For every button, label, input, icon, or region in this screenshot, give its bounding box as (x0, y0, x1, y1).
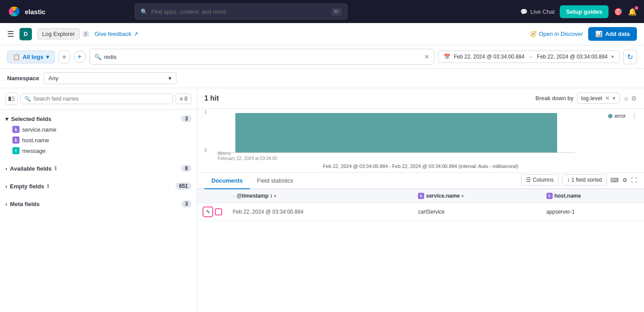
sidebar-header: 🔍 ≡ 0 (0, 88, 197, 110)
svg-rect-6 (12, 97, 15, 98)
add-filter-button[interactable]: + (74, 51, 86, 63)
th-timestamp-chevron[interactable]: ▾ (274, 194, 276, 199)
columns-icon: ☰ (526, 177, 531, 183)
field-search-icon: 🔍 (24, 96, 31, 102)
breakdown-controls: Break down by log.level ✕ ▾ ☺ ⚙ (535, 93, 637, 104)
calendar-icon: 📅 (444, 54, 450, 60)
chart-legend: error ⋮ (608, 113, 637, 119)
filter-count: 0 (184, 96, 187, 102)
elastic-logo: elastic (7, 4, 46, 19)
table-header-row: ↓ @timestamp ℹ ▾ k service.name ▾ (197, 189, 644, 203)
sidebar-toggle-button[interactable] (5, 93, 18, 105)
histogram-chart: 1 0 error ⋮ 884ms February 22, 2024 at 0… (204, 109, 637, 162)
smiley-icon[interactable]: ☺ (623, 95, 629, 102)
global-search-bar[interactable]: 🔍 ⌘/ (135, 4, 347, 20)
nav-right-section: 💬 Live Chat Setup guides 🎯 🔔 (520, 5, 637, 18)
live-chat-button[interactable]: 💬 Live Chat (520, 8, 554, 15)
datetime-arrow: → (528, 54, 533, 60)
namespace-filter-row: Namespace Any ▾ (0, 69, 644, 88)
fullscreen-icon[interactable]: ⛶ (631, 177, 637, 183)
sort-button[interactable]: ↕ 1 field sorted (562, 174, 607, 186)
th-timestamp[interactable]: ↓ @timestamp ℹ ▾ (227, 189, 413, 203)
row-expand-button[interactable]: ✎ (203, 207, 213, 217)
all-logs-button[interactable]: 📋 All logs ▾ (7, 51, 55, 63)
help-icon-button[interactable]: 🎯 (614, 8, 623, 16)
sort-icon: ↕ (567, 177, 570, 183)
datetime-range-picker[interactable]: 📅 Feb 22, 2024 @ 03:34:00.884 → Feb 22, … (438, 51, 620, 63)
row-timestamp: Feb 22, 2024 @ 03:34:00.884 (227, 203, 413, 221)
meta-fields-count: 3 (181, 200, 191, 207)
chart-x-time: 884ms (218, 151, 277, 156)
field-search-input[interactable] (33, 96, 169, 102)
add-data-label: Add data (605, 31, 630, 37)
give-feedback-link[interactable]: Give feedback ↗ (94, 31, 138, 37)
empty-fields-section: › Empty fields ℹ 651 (0, 177, 197, 195)
row-actions-cell: ✎ 👆 (197, 203, 227, 221)
all-logs-label: All logs (23, 54, 43, 60)
global-search-input[interactable] (151, 8, 328, 15)
svg-rect-5 (8, 97, 11, 101)
setup-guides-button[interactable]: Setup guides (560, 5, 609, 18)
refresh-button[interactable]: ↻ (623, 50, 637, 64)
external-link-icon: ↗ (133, 31, 138, 37)
selected-fields-header[interactable]: ▾ Selected fields 3 (5, 113, 191, 124)
breakdown-action-icons: ☺ ⚙ (623, 95, 637, 102)
namespace-label: Namespace (7, 75, 39, 82)
tab-documents[interactable]: Documents (204, 173, 250, 189)
table-settings-icon[interactable]: ⚙ (622, 177, 628, 183)
th-service-name-label: service.name (426, 193, 460, 199)
field-item-host-name: k host.name (5, 135, 191, 145)
field-name-host-name: host.name (22, 137, 49, 144)
add-data-icon: 📊 (595, 31, 602, 37)
namespace-dropdown[interactable]: Any ▾ (43, 72, 176, 84)
empty-fields-info-icon: ℹ (47, 183, 49, 189)
breakdown-dropdown[interactable]: log.level ✕ ▾ (577, 93, 620, 104)
empty-fields-count: 651 (176, 183, 191, 190)
th-service-name[interactable]: k service.name ▾ (413, 189, 541, 203)
notifications-icon-button[interactable]: 🔔 (628, 8, 637, 16)
filter-button[interactable]: ≡ (59, 51, 70, 63)
timestamp-info-icon: ℹ (270, 194, 272, 199)
row-checkbox[interactable] (215, 208, 222, 215)
add-data-button[interactable]: 📊 Add data (588, 27, 637, 41)
columns-button[interactable]: ☰ Columns (521, 174, 558, 186)
app-icon: D (20, 28, 32, 40)
tab-field-statistics[interactable]: Field statistics (250, 173, 301, 189)
breakdown-chevron-icon[interactable]: ▾ (613, 95, 616, 101)
chart-x-label: 884ms February 22, 2024 at 03:34:00 (218, 151, 277, 161)
sidebar-toggle-button[interactable]: ☰ (7, 29, 14, 39)
search-toolbar: 📋 All logs ▾ ≡ + 🔍 ✕ 📅 Feb 22, 2024 @ 03… (0, 45, 644, 69)
field-search-box[interactable]: 🔍 (20, 94, 173, 104)
meta-fields-header[interactable]: › Meta fields 3 (5, 199, 191, 209)
keyboard-icon[interactable]: ⌨ (610, 177, 619, 183)
settings-icon[interactable]: ⚙ (631, 95, 637, 102)
documents-table: ↓ @timestamp ℹ ▾ k service.name ▾ (197, 189, 644, 221)
th-host-k-badge: k (546, 193, 553, 199)
feedback-label: Give feedback (94, 31, 131, 37)
breakdown-clear-icon[interactable]: ✕ (605, 95, 610, 101)
th-service-chevron[interactable]: ▾ (461, 194, 464, 199)
breadcrumb-log-explorer[interactable]: Log Explorer (37, 28, 80, 39)
field-item-service-name: k service.name (5, 124, 191, 135)
open-in-discover-button[interactable]: 🧭 Open in Discover (530, 31, 583, 37)
available-fields-header[interactable]: › Available fields ℹ 8 (5, 163, 191, 174)
histogram-chart-area: 1 0 error ⋮ 884ms February 22, 2024 at 0… (197, 109, 644, 173)
chart-menu-icon[interactable]: ⋮ (632, 113, 637, 119)
main-content: 🔍 ≡ 0 ▾ Selected fields 3 k service.name (0, 88, 644, 312)
chart-y-max-label: 1 (204, 109, 207, 114)
clear-search-button[interactable]: ✕ (424, 53, 429, 60)
th-host-name[interactable]: k host.name (541, 189, 644, 203)
empty-fields-header[interactable]: › Empty fields ℹ 651 (5, 181, 191, 191)
datetime-to: Feb 22, 2024 @ 03:34:00.884 (537, 54, 608, 60)
field-filter-count-button[interactable]: ≡ 0 (176, 94, 191, 104)
field-type-k-badge: k (12, 126, 20, 133)
fields-sidebar: 🔍 ≡ 0 ▾ Selected fields 3 k service.name (0, 88, 197, 312)
sort-desc-icon: ↓ (233, 194, 235, 199)
search-field[interactable]: 🔍 ✕ (90, 49, 434, 65)
th-actions (197, 189, 227, 203)
search-query-input[interactable] (104, 54, 422, 60)
svg-point-3 (9, 8, 13, 15)
all-logs-chevron: ▾ (46, 54, 49, 60)
table-row: ✎ 👆 Feb 22, 2024 @ 03:34:00.884 cartServ… (197, 203, 644, 221)
compass-icon: 🧭 (530, 31, 537, 37)
